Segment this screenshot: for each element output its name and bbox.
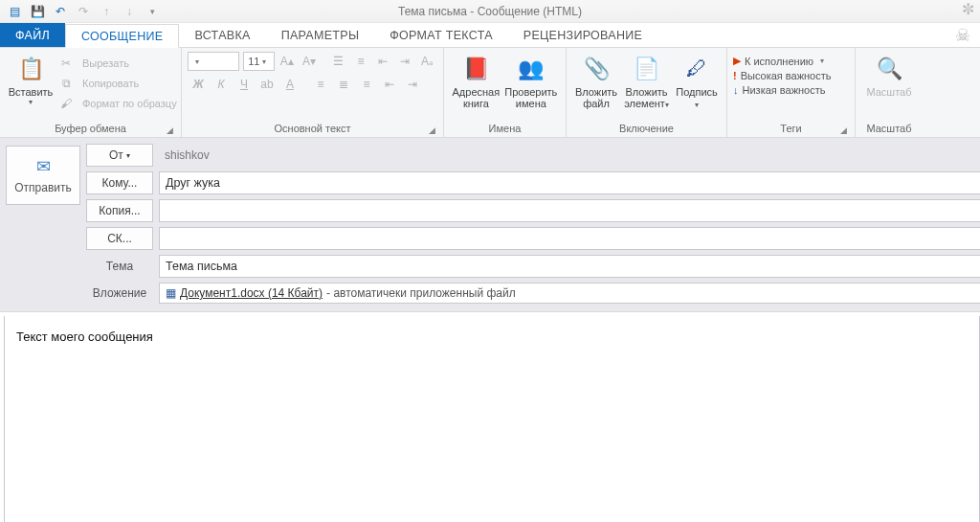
group-include: 📎 Вложить файл 📄 Вложить элемент▾ 🖊 Подп… — [567, 48, 727, 137]
from-button[interactable]: От ▾ — [86, 144, 153, 167]
format-painter-label: Формат по образцу — [78, 98, 181, 109]
font-color-icon[interactable]: A — [279, 75, 301, 94]
ribbon: 📋 Вставить ▾ ✂Вырезать ⧉Копировать 🖌Форм… — [0, 48, 980, 138]
qat-customize-icon[interactable]: ▾ — [142, 2, 163, 21]
decor-icon: ✼ — [962, 0, 974, 18]
underline-button[interactable]: Ч — [234, 75, 255, 94]
decor-skull-icon: ☠ — [955, 25, 970, 46]
attach-item-label: Вложить элемент — [624, 86, 667, 109]
envelope-icon: ✉ — [36, 156, 51, 177]
low-importance-button[interactable]: ↓Низкая важность — [733, 83, 832, 97]
cut-label: Вырезать — [78, 57, 133, 69]
dialog-launcher-icon[interactable]: ◢ — [429, 125, 435, 135]
high-importance-label: Высокая важность — [741, 70, 832, 81]
cut-button[interactable]: ✂Вырезать — [56, 54, 181, 73]
paste-button[interactable]: 📋 Вставить ▾ — [6, 52, 56, 108]
clipboard-icon: 📋 — [15, 54, 46, 84]
shrink-font-icon[interactable]: A▾ — [299, 52, 319, 71]
body-text: Текст моего сообщения — [16, 329, 153, 344]
grow-font-icon[interactable]: A▴ — [277, 52, 297, 71]
group-zoom-label: Масштаб — [866, 123, 911, 134]
attach-file-button[interactable]: 📎 Вложить файл — [572, 52, 620, 111]
ribbon-tabs: ФАЙЛ СООБЩЕНИЕ ВСТАВКА ПАРАМЕТРЫ ФОРМАТ … — [0, 23, 980, 48]
bcc-input[interactable] — [159, 227, 980, 250]
redo-button[interactable]: ↷ — [73, 2, 94, 21]
italic-button[interactable]: К — [211, 75, 232, 94]
clear-format-icon[interactable]: Aₐ — [417, 52, 437, 71]
tab-insert[interactable]: ВСТАВКА — [179, 23, 265, 47]
high-importance-button[interactable]: !Высокая важность — [733, 69, 832, 82]
flag-icon: ▶ — [733, 55, 741, 67]
font-size-select[interactable]: 11▾ — [243, 52, 275, 71]
group-zoom: 🔍 Масштаб Масштаб — [856, 48, 923, 137]
tab-format-text[interactable]: ФОРМАТ ТЕКСТА — [374, 23, 508, 47]
subject-input[interactable]: Тема письма — [159, 255, 980, 278]
tab-file[interactable]: ФАЙЛ — [0, 23, 65, 47]
group-clipboard: 📋 Вставить ▾ ✂Вырезать ⧉Копировать 🖌Форм… — [0, 48, 182, 137]
chevron-down-icon: ▾ — [29, 98, 33, 106]
message-body[interactable]: Текст моего сообщения — [4, 316, 980, 522]
dialog-launcher-icon[interactable]: ◢ — [167, 125, 173, 135]
outdent-icon[interactable]: ⇤ — [373, 52, 393, 71]
follow-up-label: К исполнению — [745, 56, 813, 67]
address-book-icon: 📕 — [460, 54, 491, 84]
low-importance-label: Низкая важность — [743, 84, 826, 96]
zoom-btn-label: Масштаб — [866, 86, 911, 98]
signature-button[interactable]: 🖊 Подпись▾ — [673, 52, 721, 113]
from-label: От — [109, 148, 123, 162]
paperclip-icon: 📎 — [581, 54, 612, 84]
align-right-icon[interactable]: ≡ — [356, 75, 377, 94]
brush-icon: 🖌 — [56, 94, 77, 113]
signature-icon: 🖊 — [681, 54, 712, 84]
font-family-select[interactable]: ▾ — [188, 52, 239, 71]
to-input[interactable]: Друг жука — [159, 171, 980, 194]
align-center-icon[interactable]: ≣ — [333, 75, 354, 94]
tab-options[interactable]: ПАРАМЕТРЫ — [266, 23, 375, 47]
bang-icon: ! — [733, 70, 737, 81]
bcc-button[interactable]: СК... — [86, 227, 153, 250]
copy-icon: ⧉ — [56, 74, 77, 93]
attachment-name[interactable]: Документ1.docx (14 Кбайт) — [180, 286, 323, 300]
follow-up-button[interactable]: ▶К исполнению▾ — [733, 54, 832, 68]
attachment-label: Вложение — [86, 286, 153, 300]
cc-input[interactable] — [159, 199, 980, 222]
undo-button[interactable]: ↶ — [50, 2, 71, 21]
to-button[interactable]: Кому... — [86, 171, 153, 194]
scissors-icon: ✂ — [56, 54, 77, 73]
tab-message[interactable]: СООБЩЕНИЕ — [65, 24, 180, 48]
send-label: Отправить — [14, 181, 72, 194]
format-painter-button[interactable]: 🖌Формат по образцу — [56, 94, 181, 113]
signature-label: Подпись — [676, 86, 718, 98]
cc-button[interactable]: Копия... — [86, 199, 153, 222]
increase-indent-icon[interactable]: ⇥ — [402, 75, 423, 94]
numbering-icon[interactable]: ≡ — [350, 52, 370, 71]
save-button[interactable]: 💾 — [27, 2, 48, 21]
title-bar: ▤ 💾 ↶ ↷ ↑ ↓ ▾ Тема письма - Сообщение (H… — [0, 0, 980, 23]
bold-button[interactable]: Ж — [188, 75, 209, 94]
align-left-icon[interactable]: ≡ — [310, 75, 331, 94]
tab-review[interactable]: РЕЦЕНЗИРОВАНИЕ — [508, 23, 657, 47]
group-tags: ▶К исполнению▾ !Высокая важность ↓Низкая… — [727, 48, 856, 137]
highlight-icon[interactable]: ab — [256, 75, 278, 94]
zoom-button[interactable]: 🔍 Масштаб — [861, 52, 917, 100]
group-names-label: Имена — [489, 123, 522, 134]
group-font-label: Основной текст — [275, 123, 351, 134]
send-button[interactable]: ✉ Отправить — [6, 146, 80, 205]
address-book-button[interactable]: 📕 Адресная книга — [450, 52, 502, 111]
qat-up-icon[interactable]: ↑ — [96, 2, 117, 21]
qat-down-icon[interactable]: ↓ — [119, 2, 140, 21]
subject-label: Тема — [86, 260, 153, 273]
word-doc-icon: ▦ — [166, 286, 176, 300]
group-include-label: Включение — [619, 123, 674, 134]
bullets-icon[interactable]: ☰ — [328, 52, 348, 71]
decrease-indent-icon[interactable]: ⇤ — [379, 75, 400, 94]
quick-access-toolbar: ▤ 💾 ↶ ↷ ↑ ↓ ▾ — [4, 2, 163, 21]
check-names-button[interactable]: 👥 Проверить имена — [502, 52, 560, 111]
dialog-launcher-icon[interactable]: ◢ — [840, 125, 847, 135]
attachment-field[interactable]: ▦ Документ1.docx (14 Кбайт) - автоматиче… — [159, 283, 980, 304]
indent-icon[interactable]: ⇥ — [395, 52, 415, 71]
app-icon: ▤ — [4, 2, 25, 21]
copy-button[interactable]: ⧉Копировать — [56, 74, 181, 93]
down-arrow-icon: ↓ — [733, 84, 739, 96]
attach-item-button[interactable]: 📄 Вложить элемент▾ — [620, 52, 673, 113]
